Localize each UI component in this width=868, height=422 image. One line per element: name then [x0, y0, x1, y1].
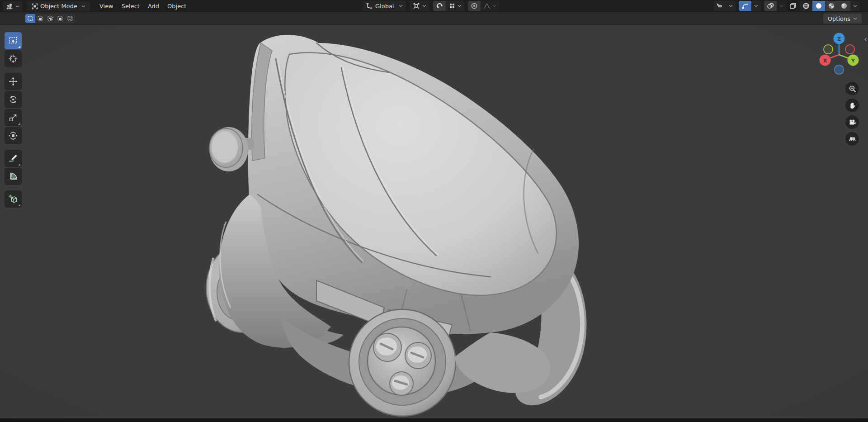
tool-shelf	[5, 32, 22, 208]
gizmo-axis-x[interactable]: X	[820, 55, 831, 66]
editor-type-button[interactable]	[3, 1, 23, 11]
rendered-sphere-icon	[840, 2, 848, 9]
shading-rendered-button[interactable]	[838, 1, 850, 11]
menu-object[interactable]: Object	[163, 1, 190, 11]
svg-text:Y: Y	[851, 58, 855, 64]
shading-mode-group	[800, 1, 860, 11]
proportional-editing-controls	[468, 1, 499, 11]
chevron-down-icon	[492, 5, 496, 7]
solid-sphere-icon	[815, 2, 822, 9]
pivot-point-icon	[413, 2, 420, 9]
menu-select[interactable]: Select	[118, 1, 144, 11]
show-object-types-icon	[716, 2, 723, 9]
tool-rotate[interactable]	[5, 91, 22, 108]
tool-select-box[interactable]	[5, 32, 22, 49]
overlays-circles-icon	[767, 2, 774, 9]
3d-viewport[interactable]: Z X Y	[0, 25, 868, 418]
orientation-label: Global	[375, 3, 394, 9]
object-mode-icon	[32, 3, 38, 9]
chevron-down-icon	[853, 5, 857, 7]
window-bottom-edge	[0, 418, 868, 422]
mode-dropdown[interactable]: Object Mode	[27, 1, 90, 11]
wireframe-sphere-icon	[802, 2, 810, 9]
chevron-down-icon	[15, 5, 19, 8]
pan-button[interactable]	[845, 99, 859, 112]
overlays-dropdown[interactable]	[777, 1, 786, 11]
select-mode-group	[25, 14, 75, 23]
snap-controls	[433, 1, 464, 11]
shading-dropdown[interactable]	[850, 1, 860, 11]
shading-material-button[interactable]	[825, 1, 838, 11]
tool-annotate[interactable]	[5, 150, 22, 167]
select-mode-subtract[interactable]	[45, 14, 55, 23]
hand-icon	[849, 102, 856, 109]
xray-toggle[interactable]	[789, 2, 797, 9]
chevron-down-icon	[458, 5, 462, 7]
gizmo-axis-z[interactable]: Z	[834, 33, 845, 44]
toggle-orthographic-button[interactable]	[845, 132, 859, 146]
show-object-types-button[interactable]	[713, 1, 726, 11]
gizmo-arc-icon	[741, 2, 749, 9]
options-button[interactable]: Options	[823, 14, 862, 24]
overlays-group	[764, 1, 786, 11]
show-gizmo-toggle[interactable]	[739, 1, 751, 11]
select-mode-set[interactable]	[25, 14, 35, 23]
chevron-down-icon	[422, 5, 426, 7]
tool-move[interactable]	[5, 73, 22, 90]
3d-viewport-editor-icon	[6, 3, 13, 10]
tool-settings-bar: Options	[0, 12, 868, 25]
svg-text:X: X	[823, 58, 827, 64]
tool-add-cube[interactable]	[5, 190, 22, 208]
falloff-curve-icon	[483, 2, 491, 9]
gizmo-axis-y[interactable]: Y	[848, 55, 859, 66]
snap-increment-dots-icon	[448, 2, 456, 9]
proportional-falloff-dropdown[interactable]	[481, 1, 499, 11]
camera-view-button[interactable]	[845, 115, 859, 129]
zoom-button[interactable]	[845, 82, 859, 95]
transform-orientation-dropdown[interactable]: Global	[363, 1, 406, 11]
orientation-axes-icon	[366, 2, 373, 9]
gizmo-axis-neg-y[interactable]	[824, 45, 833, 54]
gizmo-axis-neg-z[interactable]	[835, 65, 844, 74]
chevron-down-icon	[853, 17, 857, 20]
chevron-down-icon	[754, 5, 758, 7]
tool-cursor[interactable]	[5, 50, 22, 67]
transform-controls: Global	[363, 1, 499, 11]
pivot-point-dropdown[interactable]	[410, 1, 429, 11]
chevron-down-icon	[81, 5, 85, 8]
chevron-down-icon	[779, 5, 783, 7]
visibility-dropdown[interactable]	[726, 1, 736, 11]
menu-view[interactable]: View	[95, 1, 118, 11]
gizmo-group	[739, 1, 761, 11]
shading-solid-button[interactable]	[812, 1, 825, 11]
chevron-down-icon	[729, 5, 733, 7]
material-sphere-icon	[828, 2, 835, 9]
snap-toggle-button[interactable]	[433, 1, 446, 11]
sidebar-collapse-arrow[interactable]: ‹	[864, 36, 867, 43]
svg-text:Z: Z	[837, 36, 841, 42]
chevron-down-icon	[399, 5, 403, 7]
navigation-gizmo[interactable]: Z X Y	[817, 31, 861, 75]
gizmo-axis-neg-x[interactable]	[845, 45, 854, 54]
options-label: Options	[828, 15, 850, 22]
tool-transform[interactable]	[5, 127, 22, 144]
snap-settings-dropdown[interactable]	[446, 1, 464, 11]
tool-measure[interactable]	[5, 168, 22, 185]
viewport-header: Object Mode View Select Add Object Globa…	[0, 0, 868, 12]
select-mode-invert[interactable]	[55, 14, 65, 23]
blender-window: Object Mode View Select Add Object Globa…	[0, 0, 868, 422]
camera-icon	[849, 119, 856, 126]
gizmo-dropdown[interactable]	[751, 1, 761, 11]
select-mode-extend[interactable]	[35, 14, 45, 23]
menu-add[interactable]: Add	[144, 1, 163, 11]
object-visibility-group	[713, 1, 736, 11]
model-car[interactable]	[0, 25, 868, 418]
xray-squares-icon	[789, 2, 797, 9]
shading-wireframe-button[interactable]	[800, 1, 812, 11]
proportional-circle-icon	[471, 2, 478, 9]
proportional-editing-toggle[interactable]	[468, 1, 481, 11]
tool-scale[interactable]	[5, 109, 22, 126]
select-mode-intersect[interactable]	[65, 14, 75, 23]
viewport-nav-buttons	[845, 82, 859, 146]
show-overlays-toggle[interactable]	[764, 1, 777, 11]
